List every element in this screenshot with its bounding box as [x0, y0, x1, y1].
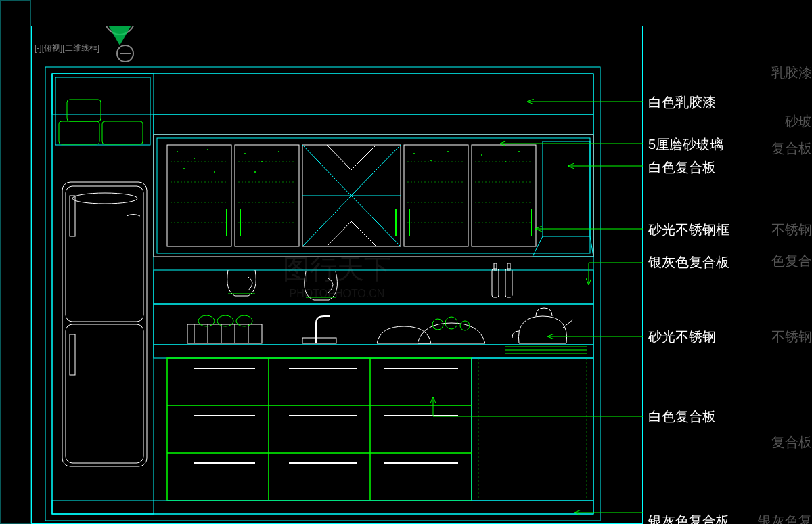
svg-rect-3 — [154, 114, 593, 135]
annotation-label: 白色复合板 — [648, 408, 716, 426]
svg-point-73 — [217, 315, 233, 326]
svg-point-57 — [518, 151, 520, 152]
svg-rect-59 — [154, 270, 593, 304]
svg-point-46 — [183, 168, 185, 169]
svg-rect-11 — [66, 324, 143, 463]
svg-point-49 — [261, 161, 263, 162]
svg-rect-5 — [55, 77, 150, 145]
svg-rect-66 — [187, 324, 262, 343]
svg-point-50 — [278, 151, 279, 152]
upper-cabinet-doors — [167, 145, 536, 246]
svg-rect-75 — [302, 338, 336, 343]
svg-point-74 — [236, 315, 252, 326]
kitchen-elevation-drawing — [32, 26, 644, 524]
svg-rect-20 — [404, 145, 468, 246]
svg-rect-58 — [543, 141, 590, 236]
svg-rect-83 — [472, 358, 593, 500]
svg-point-51 — [254, 171, 256, 173]
bg-annotation-label: 色复合 — [771, 252, 812, 270]
svg-rect-17 — [167, 145, 231, 246]
annotation-label: 银灰色复合板 — [648, 253, 729, 271]
svg-point-54 — [447, 151, 449, 152]
svg-rect-21 — [472, 145, 536, 246]
svg-point-43 — [177, 151, 178, 152]
bg-annotation-label: 乳胶漆 — [771, 64, 812, 82]
svg-rect-18 — [235, 145, 299, 246]
svg-rect-10 — [66, 186, 143, 322]
annotation-label: 白色复合板 — [648, 158, 716, 177]
annotation-label: 5厘磨砂玻璃 — [648, 135, 723, 154]
svg-point-55 — [481, 154, 482, 156]
bg-annotation-label: 复合板 — [771, 139, 812, 158]
bg-annotation-label: 不锈钢 — [771, 221, 812, 239]
svg-point-72 — [198, 315, 215, 326]
bg-annotation-label: 砂玻 — [785, 112, 812, 131]
svg-point-47 — [214, 171, 215, 173]
svg-rect-13 — [70, 334, 75, 375]
svg-rect-2 — [52, 74, 593, 114]
bg-annotation-label: 银灰色复 — [758, 512, 812, 524]
svg-rect-4 — [52, 74, 154, 514]
bg-frame-left — [0, 0, 31, 524]
svg-point-44 — [194, 158, 195, 159]
svg-rect-6 — [67, 100, 101, 121]
annotation-label: 砂光不锈钢框 — [648, 221, 729, 239]
annotation-label: 砂光不锈钢 — [648, 328, 716, 346]
bg-annotation-label: 不锈钢 — [771, 328, 812, 346]
svg-point-45 — [207, 149, 208, 150]
svg-rect-8 — [102, 121, 143, 144]
svg-rect-7 — [59, 121, 99, 144]
svg-rect-12 — [70, 196, 75, 236]
annotation-label: 白色乳胶漆 — [648, 93, 716, 112]
svg-point-53 — [430, 160, 432, 161]
view-marker-icon — [105, 26, 135, 45]
svg-point-52 — [413, 153, 415, 154]
counter-items — [187, 308, 573, 343]
svg-point-14 — [72, 193, 137, 204]
refrigerator-icon — [62, 182, 147, 466]
svg-rect-99 — [52, 500, 593, 514]
svg-point-48 — [244, 153, 246, 154]
bg-annotation-label: 复合板 — [771, 433, 812, 452]
shelf-items — [227, 263, 512, 300]
svg-rect-82 — [167, 358, 472, 500]
cad-viewport[interactable]: [-][俯视][二维线框] — [31, 26, 643, 524]
svg-point-56 — [505, 161, 506, 162]
svg-rect-62 — [505, 269, 512, 297]
svg-rect-60 — [492, 269, 499, 297]
annotation-label: 银灰色复合板 — [648, 512, 729, 524]
